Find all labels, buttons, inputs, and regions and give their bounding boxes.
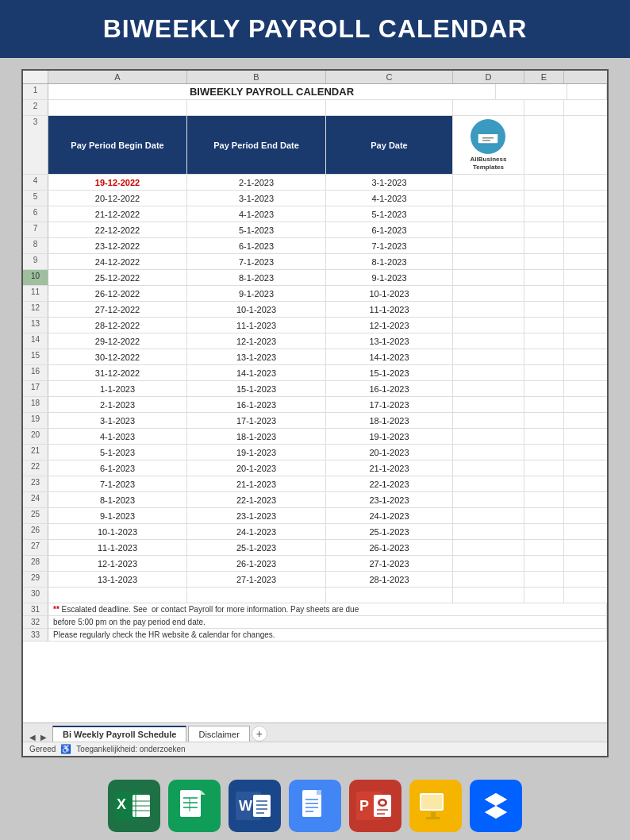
dropbox-icon[interactable]	[470, 780, 522, 832]
tab-next-btn[interactable]: ▶	[38, 733, 49, 742]
google-docs-icon[interactable]	[289, 780, 341, 832]
spreadsheet-container: A B C D E 1 BIWEEKLY PAYROLL CALENDAR 2	[21, 69, 609, 757]
logo-cell: AllBusinessTemplates	[453, 116, 524, 174]
accessibility-icon: ♿	[60, 744, 71, 754]
tab-biweekly-payroll[interactable]: Bi Weekly Payroll Schedule	[52, 726, 186, 742]
spreadsheet-title: BIWEEKLY PAYROLL CALENDAR	[48, 84, 496, 99]
col-letter-b: B	[187, 71, 326, 83]
table-row: 2	[23, 100, 607, 116]
table-row: 17 1-1-2023 15-1-2023 16-1-2023	[23, 381, 607, 397]
svg-rect-2	[482, 137, 494, 139]
svg-rect-47	[431, 812, 436, 817]
table-row: 24 8-1-2023 22-1-2023 23-1-2023	[23, 492, 607, 508]
svg-rect-23	[253, 795, 271, 817]
table-row: 10 25-12-2022 8-1-2023 9-1-2023	[23, 270, 607, 286]
table-row: 21 5-1-2023 19-1-2023 20-1-2023	[23, 445, 607, 460]
status-ready: Gereed	[29, 745, 56, 753]
page-title: BIWEEKLY PAYROLL CALENDAR	[24, 14, 606, 44]
table-row: 3 Pay Period Begin Date Pay Period End D…	[23, 116, 607, 175]
status-bar: Gereed ♿ Toegankelijkheid: onderzoeken	[23, 742, 607, 756]
table-row: 31 ** Escalated deadline. See or contact…	[23, 603, 607, 616]
table-row: 12 27-12-2022 10-1-2023 11-1-2023	[23, 302, 607, 318]
google-slides-icon[interactable]	[409, 780, 462, 832]
table-row: 1 BIWEEKLY PAYROLL CALENDAR	[23, 84, 607, 100]
tab-disclaimer[interactable]: Disclaimer	[188, 726, 249, 742]
note-3: Please regularly check the HR website & …	[48, 629, 607, 641]
svg-rect-3	[482, 140, 490, 141]
table-row: 26 10-1-2023 24-1-2023 25-1-2023	[23, 524, 607, 540]
table-row: 22 6-1-2023 20-1-2023 21-1-2023	[23, 460, 607, 476]
tab-prev-btn[interactable]: ◀	[27, 733, 38, 742]
tab-add-btn[interactable]: +	[252, 726, 267, 742]
table-row: 14 29-12-2022 12-1-2023 13-1-2023	[23, 333, 607, 349]
table-row: 15 30-12-2022 13-1-2023 14-1-2023	[23, 349, 607, 365]
table-row: 27 11-1-2023 25-1-2023 26-1-2023	[23, 540, 607, 556]
svg-rect-13	[180, 790, 201, 817]
status-accessibility: Toegankelijkheid: onderzoeken	[76, 745, 185, 753]
col-header-begin: Pay Period Begin Date	[48, 116, 187, 174]
table-row: 7 22-12-2022 5-1-2023 6-1-2023	[23, 222, 607, 238]
page-wrapper: BIWEEKLY PAYROLL CALENDAR A B C D E 1 BI…	[0, 0, 630, 840]
excel-icon[interactable]: X	[108, 780, 160, 832]
table-row: 29 13-1-2023 27-1-2023 28-1-2023	[23, 572, 607, 588]
svg-rect-48	[426, 817, 440, 819]
col-letter-a: A	[48, 71, 187, 83]
header-banner: BIWEEKLY PAYROLL CALENDAR	[0, 0, 630, 58]
svg-rect-31	[317, 790, 321, 795]
tab-bar: ◀ ▶ Bi Weekly Payroll Schedule Disclaime…	[23, 722, 607, 742]
svg-rect-46	[421, 795, 442, 809]
svg-text:X: X	[117, 796, 126, 812]
table-row: 19 3-1-2023 17-1-2023 18-1-2023	[23, 413, 607, 429]
table-row: 9 24-12-2022 7-1-2023 8-1-2023	[23, 254, 607, 270]
svg-rect-1	[478, 131, 498, 134]
svg-text:P: P	[359, 798, 369, 814]
table-row: 20 4-1-2023 18-1-2023 19-1-2023	[23, 429, 607, 445]
col-header-end: Pay Period End Date	[187, 116, 326, 174]
powerpoint-icon[interactable]: P	[349, 780, 401, 832]
logo-text: AllBusinessTemplates	[471, 156, 507, 171]
col-letter-d: D	[453, 71, 524, 83]
table-row: 32 before 5:00 pm on the pay period end …	[23, 616, 607, 629]
table-row: 30	[23, 588, 607, 603]
col-letter-c: C	[326, 71, 453, 83]
table-row: 28 12-1-2023 26-1-2023 27-1-2023	[23, 556, 607, 572]
table-row: 5 20-12-2022 3-1-2023 4-1-2023	[23, 191, 607, 206]
app-icons-bar: X	[0, 769, 630, 840]
table-row: 4 19-12-2022 2-1-2023 3-1-2023	[23, 175, 607, 191]
col-header-row: A B C D E	[23, 71, 607, 84]
table-row: 8 23-12-2022 6-1-2023 7-1-2023	[23, 238, 607, 254]
table-row: 18 2-1-2023 16-1-2023 17-1-2023	[23, 397, 607, 413]
svg-point-41	[380, 801, 385, 805]
spreadsheet-body: 1 BIWEEKLY PAYROLL CALENDAR 2 3 Pay Peri…	[23, 84, 607, 722]
tab-nav[interactable]: ◀ ▶	[27, 733, 49, 742]
table-row: 25 9-1-2023 23-1-2023 24-1-2023	[23, 508, 607, 524]
table-row: 13 28-12-2022 11-1-2023 12-1-2023	[23, 318, 607, 333]
word-icon[interactable]: W	[229, 780, 281, 832]
table-row: 16 31-12-2022 14-1-2023 15-1-2023	[23, 365, 607, 381]
logo-circle	[471, 119, 505, 154]
col-header-pay: Pay Date	[326, 116, 453, 174]
note-1: ** Escalated deadline. See or contact Pa…	[48, 603, 607, 615]
col-letter-e: E	[524, 71, 564, 83]
table-row: 33 Please regularly check the HR website…	[23, 629, 607, 642]
svg-text:W: W	[239, 798, 252, 814]
table-row: 11 26-12-2022 9-1-2023 10-1-2023	[23, 286, 607, 302]
google-sheets-icon[interactable]	[168, 780, 221, 832]
note-2: before 5:00 pm on the pay period end dat…	[48, 616, 607, 628]
table-row: 23 7-1-2023 21-1-2023 22-1-2023	[23, 476, 607, 492]
row-num-spacer	[23, 71, 48, 83]
table-row: 6 21-12-2022 4-1-2023 5-1-2023	[23, 206, 607, 222]
